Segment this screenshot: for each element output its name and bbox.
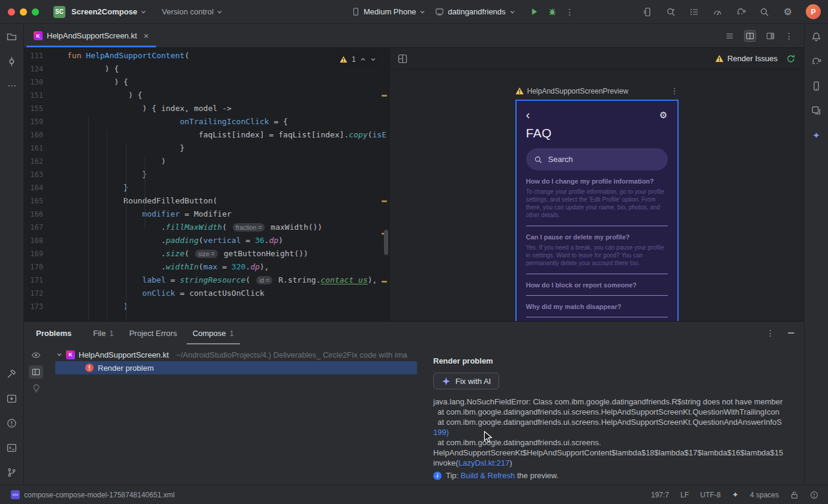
code-line[interactable]: 168.padding(vertical = 36.dp) (24, 234, 389, 247)
problems-tool-button[interactable] (7, 418, 17, 428)
panel-menu-button[interactable]: ⋮ (766, 328, 775, 338)
line-number: 151 (24, 89, 50, 102)
close-button[interactable] (8, 8, 15, 16)
code-line[interactable]: 169.size( size = getButtonHeight()) (24, 247, 389, 260)
more-tools-button[interactable]: ⋯ (7, 80, 17, 91)
resource-manager-tool-button[interactable] (811, 105, 822, 116)
code-line[interactable]: 111fun HelpAndSupportContent( (24, 49, 389, 62)
chevron-up-icon[interactable] (360, 56, 366, 62)
faq-item[interactable]: Why did my match disappear? (526, 303, 668, 317)
code-line[interactable]: 170.widthIn(max = 320.dp), (24, 260, 389, 274)
code-line[interactable]: 124) { (24, 62, 389, 76)
chevron-down-icon[interactable] (56, 352, 62, 358)
inspection-widget[interactable]: 1 (337, 52, 379, 67)
build-tool-button[interactable] (7, 368, 17, 379)
panel-minimize-button[interactable] (788, 332, 794, 334)
ai-search-button[interactable] (665, 7, 676, 17)
gradle-sync-button[interactable] (736, 7, 746, 17)
minimize-button[interactable] (20, 8, 27, 16)
vcs-menu[interactable]: Version control (162, 7, 223, 16)
panel-tab-project-errors[interactable]: Project Errors (123, 322, 182, 344)
terminal-tool-button[interactable] (7, 442, 17, 453)
editor-tab[interactable]: K HelpAndSupportScreen.kt × (26, 24, 156, 47)
todo-list-button[interactable] (689, 7, 700, 17)
split-right-button[interactable] (764, 30, 776, 42)
gemini-tool-button[interactable]: ✦ (811, 130, 822, 140)
statusbar-file[interactable]: </> compose-compose-model-1758748140651.… (11, 490, 175, 499)
settings-button[interactable]: ⚙ (782, 7, 793, 17)
editor-scrollbar[interactable] (384, 230, 388, 255)
statusbar-widgets: 197:7 LF UTF-8 ✦ 4 spaces (651, 491, 818, 499)
code-line[interactable]: 173) (24, 300, 389, 313)
project-menu[interactable]: Screen2Compose (71, 7, 146, 16)
preview-toggle-button[interactable] (31, 350, 41, 360)
code-line[interactable]: 151) { (24, 89, 389, 102)
split-editor-button[interactable] (744, 30, 756, 42)
editor-menu-button[interactable]: ⋮ (785, 31, 793, 41)
code-line[interactable]: 164} (24, 181, 389, 194)
run-tool-button[interactable] (7, 393, 17, 404)
code-line[interactable]: 166modifier = Modifier (24, 208, 389, 221)
render-issues-button[interactable]: Render Issues (715, 54, 778, 63)
tree-file-row[interactable]: K HelpAndSupportScreen.kt ~/AndroidStudi… (48, 348, 426, 361)
stack-trace-link[interactable]: LazyDsl.kt:217 (458, 458, 509, 467)
lock-button[interactable] (790, 491, 799, 499)
code-line[interactable]: 155) { index, model -> (24, 102, 389, 115)
code-editor[interactable]: 111fun HelpAndSupportContent(124) {130) … (24, 48, 389, 321)
ai-status-icon[interactable]: ✦ (732, 491, 739, 499)
line-separator[interactable]: LF (680, 491, 689, 499)
run-config-selector[interactable]: datingandfriends (435, 7, 515, 16)
profile-avatar[interactable]: P (806, 4, 821, 19)
version-control-tool-button[interactable] (7, 467, 17, 478)
faq-item[interactable]: How do I change my profile information?T… (526, 178, 668, 226)
code-line[interactable]: 167.fillMaxWidth( fraction = maxWidth()) (24, 221, 389, 234)
preview-layout-button[interactable] (398, 54, 407, 64)
preview-menu-button[interactable]: ⋮ (671, 86, 679, 95)
run-button[interactable] (530, 7, 539, 16)
phone-preview[interactable]: ‹ ⚙ FAQ Search How do I change my profil… (515, 100, 679, 321)
gradle-tool-button[interactable] (811, 56, 822, 67)
preview-card-header[interactable]: HelpAndSupportScreenPreview ⋮ (515, 86, 679, 95)
render-problem-row[interactable]: ! Render problem (55, 361, 417, 374)
faq-item[interactable]: Can I pause or delete my profile?Yes. If… (526, 233, 668, 274)
zoom-button[interactable] (32, 8, 39, 16)
debug-button[interactable] (548, 7, 557, 16)
code-line[interactable]: 162) (24, 155, 389, 168)
quickfix-bulb-button[interactable] (32, 384, 41, 393)
faq-item[interactable]: How do I block or report someone? (526, 281, 668, 296)
device-selector[interactable]: Medium Phone (352, 7, 425, 16)
build-refresh-link[interactable]: Build & Refresh (461, 471, 515, 480)
code-line[interactable]: 130) { (24, 76, 389, 89)
code-line[interactable]: 172onClick = contactUsOnClick (24, 287, 389, 300)
code-line[interactable]: 161} (24, 142, 389, 155)
search-button[interactable] (759, 7, 770, 17)
file-encoding[interactable]: UTF-8 (700, 491, 721, 499)
notifications-tool-button[interactable] (811, 31, 822, 42)
chevron-down-icon[interactable] (370, 56, 376, 62)
error-icon: ! (85, 364, 94, 372)
more-run-options-button[interactable]: ⋮ (566, 7, 574, 17)
code-line[interactable]: 160faqList[index] = faqList[index].copy(… (24, 128, 389, 142)
build-refresh-button[interactable] (786, 54, 796, 64)
stack-trace-link[interactable]: 199) (433, 428, 449, 437)
code-line[interactable]: 159onTrailingIconClick = { (24, 115, 389, 128)
tab-list-button[interactable] (724, 30, 736, 42)
profiler-button[interactable] (712, 7, 723, 17)
device-mirror-button[interactable] (642, 7, 653, 17)
fix-with-ai-button[interactable]: Fix with AI (433, 373, 499, 389)
code-line[interactable]: 165RoundedFilledButton( (24, 194, 389, 208)
indent-config[interactable]: 4 spaces (750, 491, 779, 499)
tab-close-icon[interactable]: × (143, 31, 149, 41)
inspections-widget-button[interactable] (810, 491, 818, 499)
code-line[interactable]: 163} (24, 168, 389, 181)
caret-position[interactable]: 197:7 (651, 491, 669, 499)
device-manager-tool-button[interactable] (811, 80, 822, 91)
panel-tab-file[interactable]: File1 (87, 322, 119, 344)
panel-tab-compose[interactable]: Compose1 (187, 322, 240, 344)
code-line[interactable]: 171label = stringResource( id = R.string… (24, 274, 389, 287)
view-mode-button[interactable] (29, 365, 43, 379)
panel-title: Problems (36, 329, 71, 338)
bug-icon (548, 7, 557, 16)
project-tool-button[interactable] (7, 31, 17, 42)
commit-tool-button[interactable] (7, 56, 17, 67)
